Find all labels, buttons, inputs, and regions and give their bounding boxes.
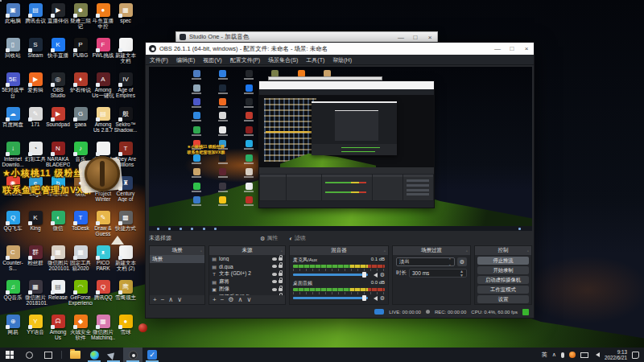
desktop-icon[interactable]: ▶ Soundpad xyxy=(47,105,69,140)
source-list-item[interactable]: ◉ 视频采集设备 xyxy=(209,294,285,296)
huorong-tray-icon[interactable] xyxy=(569,352,576,358)
desktop-icon[interactable]: ▦ spec xyxy=(114,2,137,36)
scene-list-item[interactable]: 场景 xyxy=(150,255,204,263)
desktop-icon[interactable]: ♫ QQ音乐 xyxy=(2,278,24,313)
desktop-icon[interactable]: ▦ 微信图片Matching... xyxy=(92,313,114,348)
visibility-eye-icon[interactable] xyxy=(272,257,277,261)
channel-gear-icon[interactable]: ⚙ xyxy=(380,295,385,301)
studio-one-close-button[interactable]: × xyxy=(423,32,437,43)
desktop-icon[interactable]: ᴥ PICO PARK xyxy=(92,244,114,278)
filters-button[interactable]: ◐ 滤镜 xyxy=(289,234,305,242)
scene-down-button[interactable]: ∨ xyxy=(177,296,182,303)
desktop-icon[interactable]: ▯ 回收站 xyxy=(2,36,24,71)
channel-gear-icon[interactable]: ⚙ xyxy=(380,272,385,278)
desktop-icon[interactable]: ☻ 疑难三阻记 xyxy=(69,2,92,36)
desktop-icon[interactable]: ♦ 炉石传说 xyxy=(69,71,92,105)
control-button[interactable]: 启动虚拟摄像机 xyxy=(477,276,529,284)
obs-menu-item[interactable]: 工具(T) xyxy=(302,55,328,65)
lock-icon[interactable] xyxy=(279,288,283,291)
speaker-icon[interactable] xyxy=(371,296,378,301)
obs-preview-canvas[interactable]: ★小核桃11 级粉丝牌 联系鱼吧管理加VX群 xyxy=(149,67,532,231)
app-taskbar-button[interactable] xyxy=(104,348,123,362)
properties-button[interactable]: ⚙ 属性 xyxy=(260,234,278,242)
desktop-icon[interactable]: T They Are Billions xyxy=(114,140,137,175)
desktop-icon[interactable]: ↓ Internet Downlo... xyxy=(2,140,24,175)
tray-expand-chevron[interactable]: ∧ xyxy=(552,352,556,358)
transition-gear-button[interactable]: ⚙ xyxy=(457,257,467,266)
duration-input[interactable]: 300 ms ▲▼ xyxy=(409,269,467,278)
desktop-icon[interactable]: ● 雪球 xyxy=(114,313,137,348)
sources-panel-header[interactable]: 来源◦ xyxy=(209,246,285,255)
start-button[interactable] xyxy=(0,348,19,362)
desktop-icon[interactable]: ⊕ 网易 xyxy=(2,313,24,348)
source-up-button[interactable]: ∧ xyxy=(238,296,243,303)
volume-tray-icon[interactable] xyxy=(593,352,600,357)
desktop-icon[interactable]: 鹰 雪鹰领主 xyxy=(114,278,137,313)
desktop-icon[interactable]: P PUBG xyxy=(69,36,92,71)
obs-titlebar[interactable]: OBS 26.1.1 (64-bit, windows) - 配置文件: 未命名… xyxy=(146,43,534,55)
desktop-icon[interactable]: K King xyxy=(24,209,47,244)
volume-slider[interactable] xyxy=(293,297,368,299)
control-button[interactable]: 开始录制 xyxy=(477,266,529,274)
cortana-search-button[interactable] xyxy=(19,348,39,362)
edge-taskbar-button[interactable] xyxy=(85,348,104,362)
scenes-panel-header[interactable]: 场景◦ xyxy=(150,246,204,255)
remove-scene-button[interactable]: − xyxy=(161,296,165,303)
obs-menu-item[interactable]: 视图(V) xyxy=(199,55,225,65)
source-list-item[interactable]: ▣ 图像 xyxy=(209,286,285,294)
desktop-icon[interactable]: ◔ 幻彩工具 xyxy=(24,140,47,175)
desktop-icon[interactable]: Q 腾讯QQ xyxy=(92,278,114,313)
desktop-icon[interactable]: ▩ 快捷方式 xyxy=(114,209,137,244)
network-tray-icon[interactable] xyxy=(580,352,588,358)
taskbar-clock[interactable]: 9:132022/6/21 xyxy=(605,349,627,360)
desktop-icon[interactable]: 太空狼人杀记事 xyxy=(92,140,114,175)
desktop-icon[interactable]: ▤ Release xyxy=(47,278,69,313)
lock-icon[interactable] xyxy=(279,257,283,261)
file-explorer-button[interactable] xyxy=(65,348,85,362)
desktop-icon[interactable]: ▦ 微信图片_2020101... xyxy=(47,244,69,278)
studio-one-minimize-button[interactable]: — xyxy=(394,32,408,43)
desktop-icon[interactable]: C Counter-S... Global Off... xyxy=(2,244,24,278)
desktop-icon[interactable]: ✎ Draw & Guess xyxy=(92,209,114,244)
source-properties-button[interactable]: ⚙ xyxy=(228,296,233,303)
action-center-icon[interactable] xyxy=(632,352,639,359)
desktop-icon[interactable]: 5E 5E对战平台 xyxy=(2,71,24,105)
studio-one-maximize-button[interactable]: □ xyxy=(408,32,423,43)
desktop-icon[interactable]: ▶ 爱剪辑 xyxy=(24,71,47,105)
desktop-icon[interactable]: F FWL挑战 xyxy=(92,36,114,71)
desktop-icon[interactable]: S Steam xyxy=(24,36,47,71)
obs-maximize-button[interactable]: □ xyxy=(505,43,519,54)
desktop-icon[interactable]: ◎ OBS Studio xyxy=(47,71,69,105)
desktop-icon[interactable]: ❄ Project Winter xyxy=(92,175,114,209)
speaker-icon[interactable] xyxy=(371,273,378,278)
desktop-icon[interactable]: 群 粉丝群 xyxy=(24,244,47,278)
obs-menu-item[interactable]: 场景集合(S) xyxy=(264,55,302,65)
desktop-icon[interactable]: e Edge xyxy=(24,175,47,209)
source-list-item[interactable]: ▤ long xyxy=(209,255,285,263)
studio-one-window[interactable]: Studio One - 加载音色 — □ × xyxy=(175,31,438,43)
obs-menu-item[interactable]: 配置文件(P) xyxy=(226,55,264,65)
obs-menu-item[interactable]: 帮助(H) xyxy=(328,55,356,65)
desktop-icon[interactable]: 般 Sekiro™ Shadow... xyxy=(114,105,137,140)
desktop-icon[interactable]: ◉ Chrome xyxy=(2,175,24,209)
desktop-icon[interactable]: IV Age of Empires IV xyxy=(114,71,137,105)
desktop-icon[interactable]: ● 斗鱼直播中控 xyxy=(92,2,114,36)
desktop-icon[interactable]: A Among Us一键玩 xyxy=(92,71,114,105)
desktop-icon[interactable]: T ToDesk xyxy=(69,209,92,244)
obs-minimize-button[interactable]: — xyxy=(490,43,505,54)
desktop-icon[interactable]: b 哔哩哔哩 xyxy=(47,175,69,209)
transition-type-select[interactable]: 淡出 ⌃⌄ xyxy=(396,257,455,266)
desktop-icon[interactable]: Q QQ飞车 xyxy=(2,209,24,244)
control-button[interactable]: 设置 xyxy=(477,295,529,303)
obs-menu-item[interactable]: 文件(F) xyxy=(146,55,172,65)
desktop-icon[interactable]: ▤ 腾讯会议 xyxy=(24,2,47,36)
control-button[interactable]: 工作室模式 xyxy=(477,286,529,294)
desktop-icon[interactable]: ▶ 直播伴侣 xyxy=(47,2,69,36)
add-scene-button[interactable]: + xyxy=(153,296,157,303)
desktop-icon[interactable]: ● 核桃 xyxy=(69,175,92,209)
remove-source-button[interactable]: − xyxy=(221,296,225,303)
checkmark-app-button[interactable]: ✓ xyxy=(142,348,162,362)
source-list-item[interactable]: ▤ di.gua xyxy=(209,263,285,271)
desktop-icon[interactable]: G gaea xyxy=(69,105,92,140)
volume-slider[interactable] xyxy=(293,274,368,276)
